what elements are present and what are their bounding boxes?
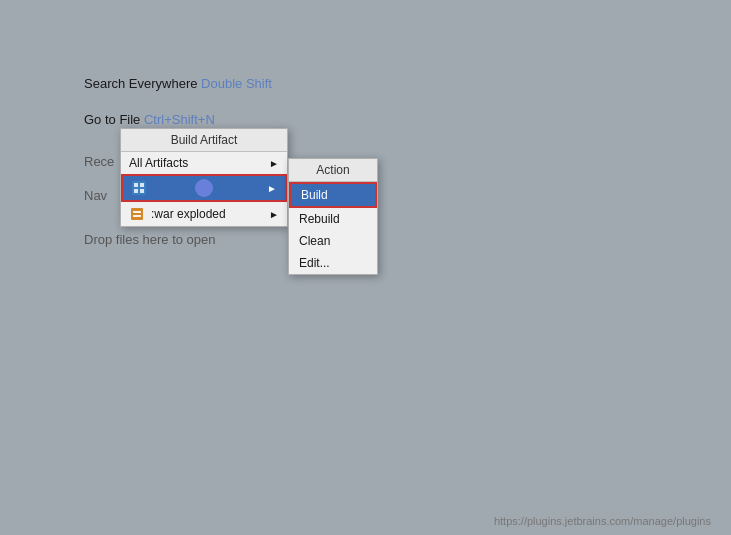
- build-artifact-dropdown: Build Artifact All Artifacts ► ► :war: [120, 128, 288, 227]
- svg-rect-1: [134, 183, 138, 187]
- search-everywhere-text: Search Everywhere Double Shift: [84, 76, 272, 91]
- svg-rect-7: [133, 215, 141, 217]
- cursor-overlay: [195, 179, 213, 197]
- status-bar: https://plugins.jetbrains.com/manage/plu…: [494, 515, 711, 527]
- artifact-selected-item[interactable]: ►: [121, 174, 287, 202]
- drop-files-text: Drop files here to open: [84, 232, 216, 247]
- svg-rect-5: [131, 208, 143, 220]
- nav-text: Nav: [84, 188, 107, 203]
- rebuild-item[interactable]: Rebuild: [289, 208, 377, 230]
- recent-text: Rece: [84, 154, 114, 169]
- chevron-right-icon: ►: [269, 158, 279, 169]
- svg-rect-2: [140, 183, 144, 187]
- action-submenu: Action Build Rebuild Clean Edit...: [288, 158, 378, 275]
- chevron-right-icon: ►: [267, 183, 277, 194]
- svg-rect-4: [140, 189, 144, 193]
- submenu-header: Action: [289, 159, 377, 182]
- dropdown-header: Build Artifact: [121, 129, 287, 152]
- all-artifacts-label: All Artifacts: [129, 156, 188, 170]
- clean-item[interactable]: Clean: [289, 230, 377, 252]
- svg-rect-3: [134, 189, 138, 193]
- artifact-icon: [131, 180, 147, 196]
- chevron-right-icon-2: ►: [269, 209, 279, 220]
- war-exploded-label: :war exploded: [151, 207, 226, 221]
- war-exploded-item[interactable]: :war exploded ►: [121, 202, 287, 226]
- all-artifacts-item[interactable]: All Artifacts ►: [121, 152, 287, 174]
- build-item[interactable]: Build: [289, 182, 377, 208]
- edit-item[interactable]: Edit...: [289, 252, 377, 274]
- go-to-file-text: Go to File Ctrl+Shift+N: [84, 112, 215, 127]
- svg-rect-6: [133, 211, 141, 213]
- war-icon: [129, 206, 145, 222]
